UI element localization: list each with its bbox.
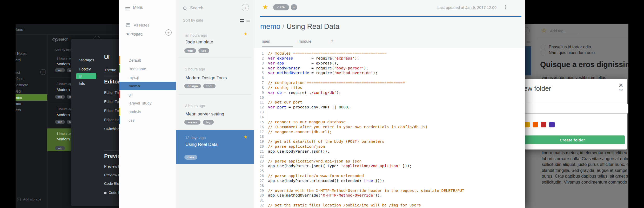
search-input[interactable]: Search [56,37,69,41]
folder-name-input[interactable] [520,104,628,114]
add-folder-icon[interactable]: + [165,29,172,36]
code-text [266,75,270,80]
sidebar-item-all-notes[interactable]: All Notes [126,23,149,27]
more-options-icon[interactable] [505,5,506,6]
settings-item[interactable]: Switching [104,127,120,131]
sidebar-folder-laravel_study[interactable]: laravel_study [119,99,176,107]
code-text: app.use(bodyParser.json({ type: 'applica… [266,164,412,168]
tab-module[interactable]: module [299,39,311,46]
code-line: 2var express = require('express'); [254,56,525,61]
star-icon[interactable]: ★ [244,134,248,140]
note-time: an hours ago [185,33,207,37]
folder-label: Boostnote [129,64,176,73]
grid-view-icon[interactable] [240,19,242,20]
sidebar-folder-git[interactable]: git [119,90,176,99]
new-note-button[interactable]: + [242,4,249,11]
main-sidebar: Menu All Notes ★ Stard ▾ Project + Defau… [119,0,176,208]
tag-pill[interactable]: wip [55,95,65,99]
code-line: 25 [254,168,525,173]
add-tag-button[interactable]: + [291,4,297,10]
line-number: 15 [254,120,266,125]
tag-pill[interactable]: tag [198,48,210,53]
star-icon[interactable]: ★ [262,3,268,11]
add-storage-icon: + [17,198,21,201]
folder-color-bar [119,108,120,115]
settings-item[interactable]: Editor Fo [104,100,119,104]
sidebar-folder-users[interactable]: users [16,107,47,113]
add-tab-button[interactable]: + [331,38,334,46]
tag-pill[interactable]: server [184,120,200,125]
note-card[interactable]: an hours ago★Jade templatewiptag [176,27,254,57]
sidebar-folder-Default[interactable]: Default [119,56,176,64]
note-tag-pill[interactable]: data [273,4,289,10]
settings-heading: UI [104,54,110,60]
folder-label: git [129,90,176,99]
star-icon[interactable]: ★ [244,31,248,37]
code-block-checkbox-row[interactable]: Code B [104,191,121,195]
tag-pill[interactable]: wip [55,146,65,150]
sort-selector[interactable]: Sort by date [183,18,203,22]
tag-pill[interactable]: wip [184,48,196,53]
sidebar-folder-Boostnote[interactable]: Boostnote [119,64,176,73]
settings-item[interactable]: Preview F [104,164,120,168]
sort-selector[interactable]: Sort by xxx [55,48,71,52]
add-storage-button[interactable]: + Add storage [17,197,41,201]
list-view-icon[interactable] [246,19,250,19]
tag-pill[interactable]: tool [203,84,216,88]
sidebar-item-all-notes[interactable]: All Notes [16,51,26,56]
tab-main[interactable]: main [262,39,293,47]
create-folder-button[interactable]: Create folder [520,135,625,144]
note-card[interactable]: 12 days ago★Using Real Datadata [176,130,254,164]
line-number: 13 [254,110,266,115]
theme-label[interactable]: Theme [104,68,116,72]
tag-pill[interactable]: design [184,84,201,88]
sidebar-folder-memo[interactable]: memo [119,82,176,90]
code-line: 31 [254,198,525,203]
line-number: 29 [254,188,266,193]
line-number: 18 [254,134,266,139]
settings-item[interactable]: Editor Inc [104,118,119,122]
tag-pill[interactable]: tag [203,120,214,125]
sidebar-item-starred[interactable]: Stard [16,58,21,62]
note-card[interactable]: 2 hours agoModern Design Toolsdesigntool [176,61,254,94]
close-button[interactable]: × esc [616,82,625,92]
sidebar-folder-memo[interactable]: memo [16,94,47,101]
folder-label: laravel_study [129,99,176,107]
tag-pill[interactable]: data [184,155,197,160]
folder-label: memo [16,94,47,101]
breadcrumb-folder[interactable]: memo [260,22,280,30]
code-editor[interactable]: 1// modules ============================… [254,48,525,208]
tag-pill[interactable]: wip [55,120,65,124]
sidebar-folder-Boostnote[interactable]: Boostnote [16,82,47,88]
sidebar-folder-Default[interactable]: Default [16,76,47,82]
color-swatch[interactable] [541,122,546,127]
sidebar-folder-nodeJs[interactable]: nodeJs [119,107,176,116]
settings-item[interactable]: Editor Th [104,90,119,95]
code-line: 23// parse application/vnd.api+json as j… [254,159,525,164]
settings-nav-Info[interactable]: Info [79,81,85,86]
settings-nav-Hotkey[interactable]: Hotkey [79,67,91,71]
search-field[interactable]: Search [183,6,203,10]
note-card[interactable]: 3 hours agoMean server settingservertag [176,98,254,130]
settings-nav-UI[interactable]: UI [76,73,96,79]
sidebar-folder-demo[interactable]: demo [16,101,47,107]
sidebar-folder-mysql[interactable]: mysql [16,88,47,94]
checkbox-label: Code B [109,191,121,195]
project-header[interactable]: Project [16,70,20,75]
color-swatch[interactable] [524,122,530,127]
project-header[interactable]: ▾ Project [126,32,142,36]
color-swatch[interactable] [549,122,555,127]
settings-item[interactable]: Code Blo [104,181,119,186]
settings-item[interactable]: Editor Fo [104,109,119,113]
sidebar-folder-mysql[interactable]: mysql [119,73,176,82]
tag-pill[interactable]: wip [55,68,65,72]
code-text: // set the static files location /public… [266,203,421,208]
settings-nav-Storages[interactable]: Storages [79,58,94,62]
menu-button[interactable]: Menu [125,5,143,10]
color-swatch[interactable] [533,122,538,127]
menu-label[interactable]: Menu [16,27,23,32]
add-folder-icon[interactable]: + [40,69,46,75]
sidebar-folder-css[interactable]: css [119,116,176,125]
code-text [266,154,270,159]
settings-item[interactable]: Preview F [104,173,120,177]
